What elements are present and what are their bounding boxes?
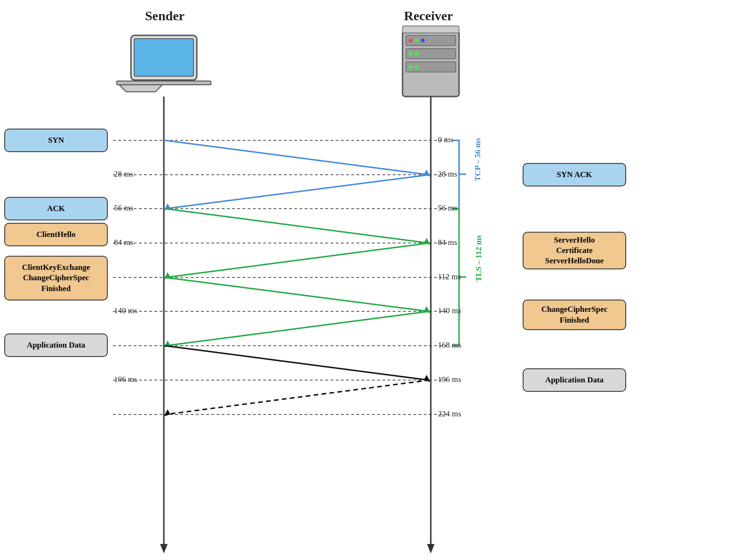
svg-marker-19 bbox=[427, 544, 435, 553]
svg-point-9 bbox=[415, 39, 419, 42]
ts-28ms-left: 28 ms bbox=[114, 170, 133, 179]
diagram-svg: 0 ms 28 ms 56 ms 84 ms 112 ms 140 ms 168… bbox=[0, 0, 734, 560]
svg-line-43 bbox=[166, 380, 429, 414]
svg-rect-3 bbox=[117, 81, 211, 85]
svg-point-14 bbox=[415, 65, 419, 69]
client-hello-box: ClientHello bbox=[4, 223, 108, 246]
svg-rect-15 bbox=[403, 26, 459, 33]
diagram-container: Sender Receiver bbox=[0, 0, 734, 560]
client-key-exchange-box: ClientKeyExchange ChangeCipherSpec Finis… bbox=[4, 256, 108, 300]
svg-rect-5 bbox=[406, 35, 456, 46]
ts-140ms: 140 ms bbox=[438, 306, 461, 315]
svg-rect-6 bbox=[406, 49, 456, 59]
svg-line-39 bbox=[166, 311, 429, 346]
ts-196ms: 196 ms bbox=[438, 375, 461, 384]
ts-112ms: 112 ms bbox=[438, 272, 461, 281]
ts-84ms: 84 ms bbox=[438, 238, 457, 247]
ts-168ms: 168 ms bbox=[438, 341, 461, 349]
svg-point-13 bbox=[409, 65, 412, 69]
svg-point-8 bbox=[409, 39, 412, 42]
svg-marker-17 bbox=[160, 544, 168, 553]
ts-56ms-left: 56 ms bbox=[114, 203, 133, 212]
tls-brace-label: TLS – 112 ms bbox=[474, 235, 483, 282]
ack-box: ACK bbox=[4, 197, 108, 220]
svg-line-31 bbox=[166, 175, 429, 209]
syn-box: SYN bbox=[4, 129, 108, 152]
svg-line-35 bbox=[166, 243, 429, 277]
ts-56ms: 56 ms bbox=[438, 203, 457, 212]
svg-point-11 bbox=[409, 52, 412, 56]
ts-196ms-left: 196 ms bbox=[114, 375, 137, 384]
svg-rect-1 bbox=[134, 39, 194, 76]
svg-marker-44 bbox=[164, 409, 170, 416]
ts-140ms-left: 140 ms bbox=[114, 306, 137, 315]
ts-28ms: 28 ms bbox=[438, 170, 457, 179]
svg-line-37 bbox=[165, 277, 428, 311]
svg-rect-7 bbox=[406, 62, 456, 72]
tcp-brace-label: TCP – 56 ms bbox=[473, 138, 482, 181]
ts-224ms: 224 ms bbox=[438, 409, 461, 418]
svg-line-41 bbox=[165, 346, 428, 380]
change-cipher-spec-receiver-box: ChangeCipherSpec Finished bbox=[523, 300, 626, 330]
application-data-receiver-box: Application Data bbox=[523, 368, 626, 392]
server-hello-box: ServerHello Certificate ServerHelloDone bbox=[523, 232, 626, 269]
svg-point-10 bbox=[421, 39, 425, 42]
ts-0ms: 0 ms bbox=[438, 135, 453, 144]
svg-point-12 bbox=[415, 52, 419, 56]
svg-line-29 bbox=[165, 140, 428, 175]
application-data-sender-box: Application Data bbox=[4, 333, 108, 357]
ts-84ms-left: 84 ms bbox=[114, 238, 133, 247]
svg-line-33 bbox=[165, 209, 428, 243]
syn-ack-box: SYN ACK bbox=[523, 163, 626, 187]
